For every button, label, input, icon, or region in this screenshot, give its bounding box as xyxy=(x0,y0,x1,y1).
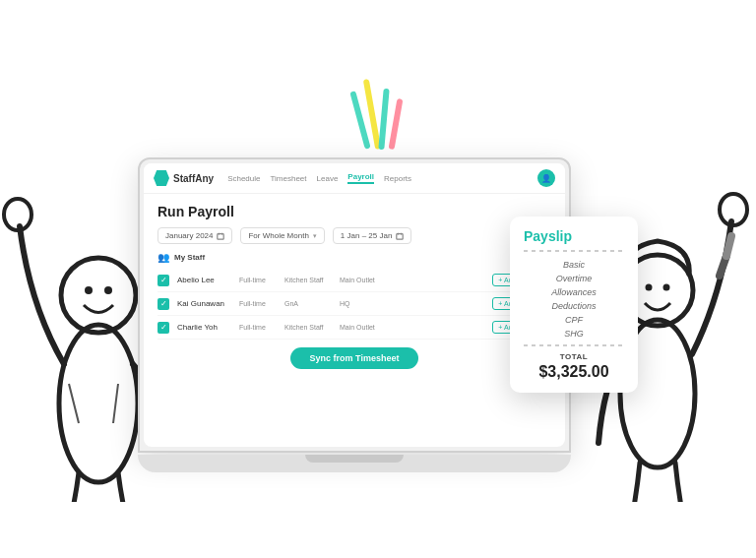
payslip-card: Payslip Basic Overtime Allowances Deduct… xyxy=(510,217,638,393)
laptop-notch xyxy=(305,455,404,463)
staff-row-2: ✓ Charlie Yoh Full-time Kitchen Staff Ma… xyxy=(158,316,551,340)
staff-type-2: Full-time xyxy=(239,324,277,331)
user-avatar[interactable]: 👤 xyxy=(537,169,555,187)
payslip-basic: Basic xyxy=(524,258,624,272)
staff-dept-2: Kitchen Staff xyxy=(284,324,332,331)
payslip-deductions: Deductions xyxy=(524,299,624,313)
staff-type-0: Full-time xyxy=(239,277,277,283)
staff-name-0: Abelio Lee xyxy=(177,276,231,284)
staff-type-1: Full-time xyxy=(239,300,277,307)
laptop-base xyxy=(138,455,571,472)
staff-section-label: My Staff xyxy=(174,253,205,262)
staff-checkbox-0[interactable]: ✓ xyxy=(158,275,169,286)
staff-outlet-0: Main Outlet xyxy=(340,277,484,283)
svg-point-9 xyxy=(646,284,653,291)
payslip-allowances: Allowances xyxy=(524,285,624,299)
logo-icon xyxy=(154,170,169,186)
svg-point-1 xyxy=(61,258,136,333)
app-content: Run Payroll January 2024 For Whole Month… xyxy=(144,194,565,447)
nav-timesheet[interactable]: Timesheet xyxy=(270,174,306,183)
nav-schedule[interactable]: Schedule xyxy=(227,174,260,183)
staff-name-2: Charlie Yoh xyxy=(177,323,231,332)
svg-line-13 xyxy=(726,236,731,256)
laptop-screen: StaffAny Schedule Timesheet Leave Payrol… xyxy=(138,157,571,453)
laptop-inner: StaffAny Schedule Timesheet Leave Payrol… xyxy=(144,163,565,447)
logo-text: StaffAny xyxy=(173,173,214,184)
staff-checkbox-1[interactable]: ✓ xyxy=(158,298,169,310)
staff-outlet-2: Main Outlet xyxy=(340,324,484,331)
deco-line-3 xyxy=(378,89,389,150)
svg-point-0 xyxy=(59,325,138,482)
svg-point-10 xyxy=(663,284,670,291)
nav-links: Schedule Timesheet Leave Payroll Reports xyxy=(227,172,537,184)
payslip-overtime: Overtime xyxy=(524,272,624,285)
period-caret: ▾ xyxy=(313,232,317,240)
staff-row-0: ✓ Abelio Lee Full-time Kitchen Staff Mai… xyxy=(158,269,551,292)
filters-row: January 2024 For Whole Month ▾ 1 Jan – 2… xyxy=(158,227,551,244)
payslip-total-amount: $3,325.00 xyxy=(524,363,624,381)
svg-line-5 xyxy=(69,384,79,423)
deco-line-4 xyxy=(389,98,404,150)
period-filter[interactable]: For Whole Month ▾ xyxy=(240,227,324,244)
app-logo: StaffAny xyxy=(154,170,214,186)
payslip-bottom-divider xyxy=(524,344,624,346)
nav-reports[interactable]: Reports xyxy=(384,174,411,183)
month-filter-label: January 2024 xyxy=(165,231,213,240)
daterange-calendar-icon xyxy=(396,232,404,240)
app-navbar: StaffAny Schedule Timesheet Leave Payrol… xyxy=(144,163,565,194)
payslip-total-label: TOTAL xyxy=(524,352,624,361)
daterange-filter-label: 1 Jan – 25 Jan xyxy=(341,231,392,240)
payslip-top-divider xyxy=(524,250,624,252)
svg-point-3 xyxy=(104,286,112,294)
staff-section-header: 👥 My Staff xyxy=(158,252,551,263)
staff-row-1: ✓ Kai Gunawan Full-time GnA HQ + Add Pay… xyxy=(158,292,551,316)
svg-rect-17 xyxy=(397,233,403,239)
decorative-lines xyxy=(357,79,399,150)
staff-icon: 👥 xyxy=(158,252,169,263)
staff-outlet-1: HQ xyxy=(340,300,484,307)
daterange-filter[interactable]: 1 Jan – 25 Jan xyxy=(333,227,411,244)
sync-timesheet-button[interactable]: Sync from Timesheet xyxy=(290,347,419,369)
payslip-title: Payslip xyxy=(524,228,624,244)
svg-line-6 xyxy=(113,384,118,423)
staff-dept-0: Kitchen Staff xyxy=(284,277,332,283)
nav-payroll[interactable]: Payroll xyxy=(347,172,374,184)
svg-rect-14 xyxy=(218,233,223,239)
payslip-shg: SHG xyxy=(524,327,624,341)
laptop: StaffAny Schedule Timesheet Leave Payrol… xyxy=(138,157,571,492)
staff-checkbox-2[interactable]: ✓ xyxy=(158,322,169,334)
staff-dept-1: GnA xyxy=(284,300,332,307)
staff-name-1: Kai Gunawan xyxy=(177,299,231,308)
nav-leave[interactable]: Leave xyxy=(317,174,339,183)
sync-btn-row: Sync from Timesheet xyxy=(158,347,551,369)
page-title: Run Payroll xyxy=(158,204,551,219)
svg-point-2 xyxy=(85,286,93,294)
period-filter-label: For Whole Month xyxy=(248,231,308,240)
calendar-icon xyxy=(217,232,224,240)
payslip-cpf: CPF xyxy=(524,313,624,327)
month-filter[interactable]: January 2024 xyxy=(158,227,232,244)
